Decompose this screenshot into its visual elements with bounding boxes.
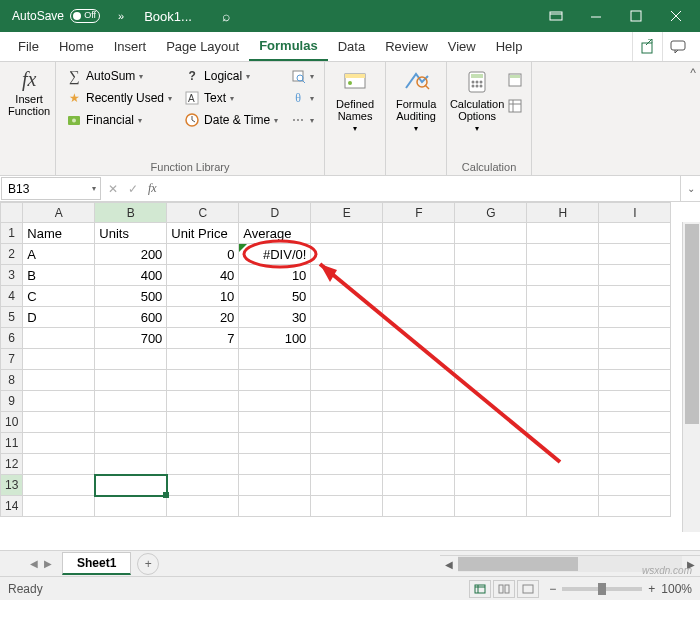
- row-header[interactable]: 14: [1, 496, 23, 517]
- defined-names-button[interactable]: Defined Names ▾: [331, 66, 379, 171]
- comments-button[interactable]: [662, 32, 692, 61]
- zoom-level[interactable]: 100%: [661, 582, 692, 596]
- row-header[interactable]: 10: [1, 412, 23, 433]
- cell[interactable]: 0: [167, 244, 239, 265]
- col-header[interactable]: I: [599, 203, 671, 223]
- name-box[interactable]: B13▾: [1, 177, 101, 200]
- col-header[interactable]: B: [95, 203, 167, 223]
- zoom-out-button[interactable]: −: [549, 582, 556, 596]
- row-header[interactable]: 9: [1, 391, 23, 412]
- fx-icon[interactable]: fx: [148, 181, 157, 196]
- vertical-scrollbar[interactable]: [682, 222, 700, 532]
- cell[interactable]: A: [23, 244, 95, 265]
- ribbon-display-options[interactable]: [536, 0, 576, 32]
- cell[interactable]: Units: [95, 223, 167, 244]
- collapse-ribbon-icon[interactable]: ^: [690, 66, 696, 80]
- row-header[interactable]: 12: [1, 454, 23, 475]
- minimize-button[interactable]: [576, 0, 616, 32]
- financial-button[interactable]: Financial▾: [62, 110, 176, 130]
- cell[interactable]: 700: [95, 328, 167, 349]
- sheet-tab[interactable]: Sheet1: [62, 552, 131, 575]
- tab-formulas[interactable]: Formulas: [249, 32, 328, 61]
- calc-now-button[interactable]: [505, 70, 525, 90]
- fill-handle[interactable]: [163, 492, 169, 498]
- cell[interactable]: 7: [167, 328, 239, 349]
- tab-file[interactable]: File: [8, 32, 49, 61]
- share-button[interactable]: [632, 32, 662, 61]
- row-header[interactable]: 3: [1, 265, 23, 286]
- insert-function-button[interactable]: fx Insert Function: [6, 66, 52, 171]
- col-header[interactable]: D: [239, 203, 311, 223]
- cell[interactable]: 40: [167, 265, 239, 286]
- close-button[interactable]: [656, 0, 696, 32]
- col-header[interactable]: E: [311, 203, 383, 223]
- calculation-options-button[interactable]: Calculation Options ▾: [453, 66, 501, 159]
- tab-review[interactable]: Review: [375, 32, 438, 61]
- cell[interactable]: Unit Price: [167, 223, 239, 244]
- tab-data[interactable]: Data: [328, 32, 375, 61]
- cell[interactable]: 600: [95, 307, 167, 328]
- text-button[interactable]: AText▾: [180, 88, 282, 108]
- col-header[interactable]: A: [23, 203, 95, 223]
- cell[interactable]: 20: [167, 307, 239, 328]
- logical-button[interactable]: ?Logical▾: [180, 66, 282, 86]
- view-page-layout-button[interactable]: [493, 580, 515, 598]
- zoom-slider[interactable]: [562, 587, 642, 591]
- cell[interactable]: D: [23, 307, 95, 328]
- view-page-break-button[interactable]: [517, 580, 539, 598]
- cancel-icon[interactable]: ✕: [108, 182, 118, 196]
- cell[interactable]: B: [23, 265, 95, 286]
- row-header[interactable]: 1: [1, 223, 23, 244]
- zoom-control[interactable]: − + 100%: [549, 582, 692, 596]
- expand-formula-bar[interactable]: ⌄: [680, 176, 700, 201]
- tab-help[interactable]: Help: [486, 32, 533, 61]
- enter-icon[interactable]: ✓: [128, 182, 138, 196]
- cell[interactable]: 10: [167, 286, 239, 307]
- row-header[interactable]: 13: [1, 475, 23, 496]
- tab-view[interactable]: View: [438, 32, 486, 61]
- row-header[interactable]: 4: [1, 286, 23, 307]
- row-header[interactable]: 5: [1, 307, 23, 328]
- cell[interactable]: C: [23, 286, 95, 307]
- col-header[interactable]: C: [167, 203, 239, 223]
- row-header[interactable]: 6: [1, 328, 23, 349]
- zoom-in-button[interactable]: +: [648, 582, 655, 596]
- cell[interactable]: Name: [23, 223, 95, 244]
- cell[interactable]: [23, 328, 95, 349]
- tab-home[interactable]: Home: [49, 32, 104, 61]
- cell[interactable]: 10: [239, 265, 311, 286]
- sheet-nav-prev[interactable]: ◀: [30, 558, 38, 569]
- row-header[interactable]: 2: [1, 244, 23, 265]
- calc-sheet-button[interactable]: [505, 96, 525, 116]
- cell[interactable]: 50: [239, 286, 311, 307]
- tab-page-layout[interactable]: Page Layout: [156, 32, 249, 61]
- add-sheet-button[interactable]: +: [137, 553, 159, 575]
- cell-error[interactable]: #DIV/0!: [239, 244, 311, 265]
- lookup-button[interactable]: ▾: [286, 66, 318, 86]
- row-header[interactable]: 8: [1, 370, 23, 391]
- col-header[interactable]: F: [383, 203, 455, 223]
- qat-overflow[interactable]: »: [108, 10, 134, 22]
- tab-insert[interactable]: Insert: [104, 32, 157, 61]
- toggle-switch[interactable]: Off: [70, 9, 100, 23]
- row-header[interactable]: 11: [1, 433, 23, 454]
- formula-input[interactable]: [163, 176, 680, 201]
- autosave-toggle[interactable]: AutoSave Off: [4, 9, 108, 23]
- cell[interactable]: 100: [239, 328, 311, 349]
- search-icon[interactable]: ⌕: [202, 8, 250, 24]
- cell[interactable]: 30: [239, 307, 311, 328]
- cell[interactable]: Average: [239, 223, 311, 244]
- view-normal-button[interactable]: [469, 580, 491, 598]
- sheet-nav-next[interactable]: ▶: [44, 558, 52, 569]
- autosum-button[interactable]: ∑AutoSum▾: [62, 66, 176, 86]
- col-header[interactable]: H: [527, 203, 599, 223]
- more-functions-button[interactable]: ⋯▾: [286, 110, 318, 130]
- selected-cell[interactable]: [95, 475, 167, 496]
- date-time-button[interactable]: Date & Time▾: [180, 110, 282, 130]
- cell[interactable]: 200: [95, 244, 167, 265]
- recently-used-button[interactable]: ★Recently Used▾: [62, 88, 176, 108]
- row-header[interactable]: 7: [1, 349, 23, 370]
- cell[interactable]: 400: [95, 265, 167, 286]
- col-header[interactable]: G: [455, 203, 527, 223]
- formula-auditing-button[interactable]: Formula Auditing ▾: [392, 66, 440, 171]
